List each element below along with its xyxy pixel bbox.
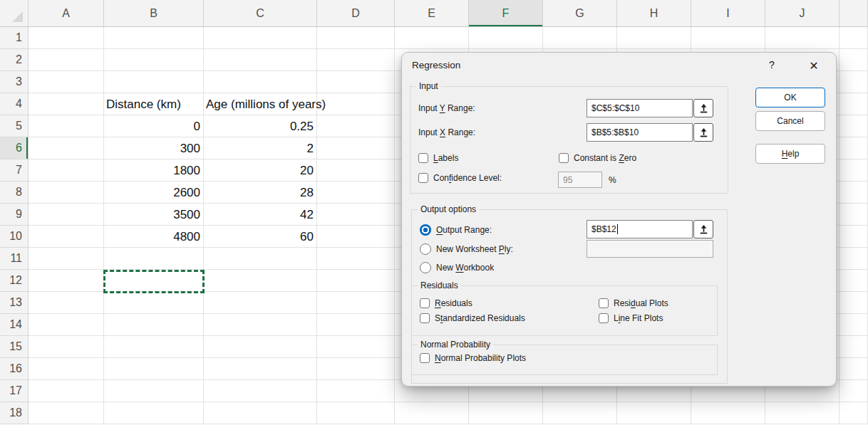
column-header-J[interactable]: J (765, 0, 839, 27)
cell-A1[interactable] (29, 27, 104, 49)
cell-C4[interactable]: Age (millions of years) (204, 93, 317, 115)
help-button[interactable]: Help (755, 144, 825, 164)
cell-B4[interactable]: Distance (km) (104, 93, 204, 115)
cell-D6[interactable] (317, 137, 395, 159)
cell-D14[interactable] (317, 314, 395, 336)
cell-G18[interactable] (543, 402, 617, 424)
cell-A18[interactable] (29, 402, 104, 424)
cell-A9[interactable] (29, 204, 104, 226)
new-worksheet-ply-radio[interactable]: New Worksheet Ply: (420, 243, 513, 255)
cell-J1[interactable] (765, 27, 839, 49)
cell-D13[interactable] (317, 292, 395, 314)
collapse-dialog-icon[interactable] (693, 220, 713, 238)
cell-A5[interactable] (29, 115, 104, 137)
cell-D18[interactable] (317, 402, 395, 424)
cell-partial11[interactable] (839, 248, 868, 270)
cell-A15[interactable] (29, 336, 104, 358)
constant-is-zero-checkbox[interactable]: Constant is Zero (559, 153, 636, 163)
cell-partial18[interactable] (839, 402, 868, 424)
select-all-corner[interactable] (0, 0, 29, 27)
normal-probability-plots-checkbox[interactable]: Normal Probability Plots (420, 353, 526, 363)
collapse-dialog-icon[interactable] (693, 123, 713, 142)
column-header-partial[interactable] (839, 0, 868, 27)
cell-A6[interactable] (29, 137, 104, 159)
column-header-I[interactable]: I (691, 0, 765, 27)
new-workbook-radio[interactable]: New Workbook (420, 262, 494, 273)
cell-D12[interactable] (317, 270, 395, 292)
output-range-radio[interactable]: Output Range: (420, 224, 492, 236)
cell-B14[interactable] (104, 314, 204, 336)
cell-partial16[interactable] (839, 358, 868, 380)
cell-D2[interactable] (317, 49, 395, 71)
cell-A17[interactable] (29, 380, 104, 402)
cell-D1[interactable] (317, 27, 395, 49)
cell-B8[interactable]: 2600 (104, 182, 204, 204)
cell-C18[interactable] (204, 402, 317, 424)
row-header-1[interactable]: 1 (0, 27, 29, 49)
column-header-C[interactable]: C (204, 0, 317, 27)
standardized-residuals-checkbox[interactable]: Standardized Residuals (420, 313, 525, 323)
cell-E18[interactable] (395, 402, 469, 424)
close-icon[interactable]: ✕ (805, 59, 823, 73)
input-y-range-field[interactable]: $C$5:$C$10 (587, 99, 693, 117)
row-header-16[interactable]: 16 (0, 358, 29, 380)
cell-partial2[interactable] (839, 49, 868, 71)
cell-B16[interactable] (104, 358, 204, 380)
cell-A8[interactable] (29, 182, 104, 204)
cell-A13[interactable] (29, 292, 104, 314)
cell-B18[interactable] (104, 402, 204, 424)
row-header-9[interactable]: 9 (0, 204, 29, 226)
cell-C12[interactable] (204, 270, 317, 292)
cell-D16[interactable] (317, 358, 395, 380)
cell-D7[interactable] (317, 159, 395, 182)
confidence-level-field[interactable]: 95 (558, 172, 602, 188)
column-header-G[interactable]: G (543, 0, 617, 27)
cell-partial7[interactable] (839, 159, 868, 182)
cell-B13[interactable] (104, 292, 204, 314)
cell-B17[interactable] (104, 380, 204, 402)
row-header-12[interactable]: 12 (0, 270, 29, 292)
row-header-15[interactable]: 15 (0, 336, 29, 358)
row-header-2[interactable]: 2 (0, 49, 29, 71)
cell-A4[interactable] (29, 93, 104, 115)
cell-partial14[interactable] (839, 314, 868, 336)
cell-B9[interactable]: 3500 (104, 204, 204, 226)
cell-J18[interactable] (765, 402, 839, 424)
cell-partial9[interactable] (839, 204, 868, 226)
row-header-18[interactable]: 18 (0, 402, 29, 424)
new-worksheet-ply-field[interactable] (587, 240, 713, 258)
column-header-B[interactable]: B (104, 0, 204, 27)
cell-partial10[interactable] (839, 226, 868, 248)
row-header-13[interactable]: 13 (0, 292, 29, 314)
cell-C16[interactable] (204, 358, 317, 380)
cell-C11[interactable] (204, 248, 317, 270)
row-header-3[interactable]: 3 (0, 71, 29, 93)
cell-B10[interactable]: 4800 (104, 226, 204, 248)
row-header-11[interactable]: 11 (0, 248, 29, 270)
column-header-F[interactable]: F (469, 0, 543, 27)
cell-C2[interactable] (204, 49, 317, 71)
labels-checkbox[interactable]: Labels (418, 153, 458, 163)
row-header-5[interactable]: 5 (0, 115, 29, 137)
cell-A10[interactable] (29, 226, 104, 248)
cell-B3[interactable] (104, 71, 204, 93)
cell-C6[interactable]: 2 (204, 137, 317, 159)
cell-partial5[interactable] (839, 115, 868, 137)
cell-D17[interactable] (317, 380, 395, 402)
residuals-checkbox[interactable]: Residuals (420, 298, 472, 308)
cell-A7[interactable] (29, 159, 104, 182)
output-range-field[interactable]: $B$12 (587, 220, 693, 238)
cell-C3[interactable] (204, 71, 317, 93)
cell-C8[interactable]: 28 (204, 182, 317, 204)
cell-C14[interactable] (204, 314, 317, 336)
cell-A2[interactable] (29, 49, 104, 71)
cell-D8[interactable] (317, 182, 395, 204)
input-x-range-field[interactable]: $B$5:$B$10 (587, 123, 693, 142)
row-header-6[interactable]: 6 (0, 137, 29, 159)
column-header-H[interactable]: H (617, 0, 691, 27)
cell-B1[interactable] (104, 27, 204, 49)
cell-B6[interactable]: 300 (104, 137, 204, 159)
column-header-A[interactable]: A (29, 0, 104, 27)
cell-D3[interactable] (317, 71, 395, 93)
cell-partial17[interactable] (839, 380, 868, 402)
